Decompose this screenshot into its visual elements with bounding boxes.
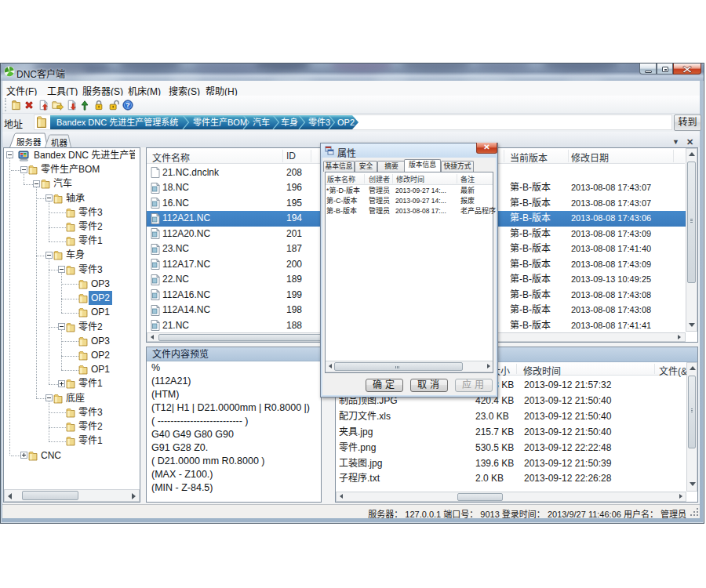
svg-text:?: ? bbox=[126, 101, 129, 109]
